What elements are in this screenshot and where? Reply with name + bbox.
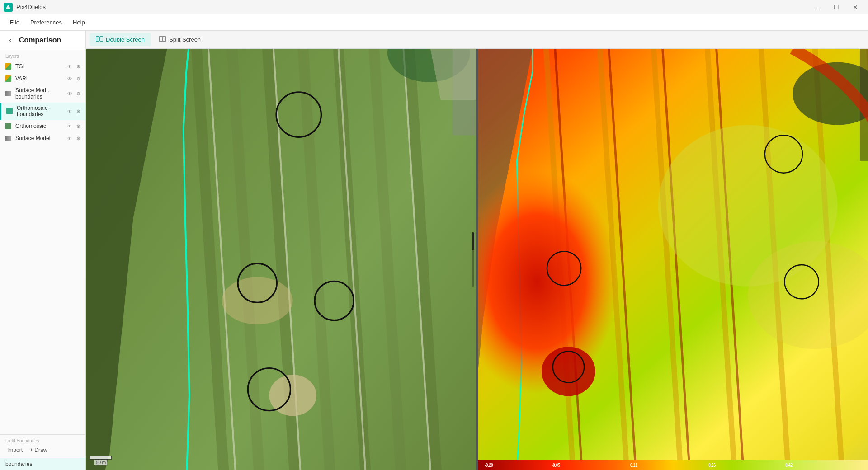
layer-item-surface-model[interactable]: Surface Model 👁 ⚙ <box>0 132 85 145</box>
app-title: Pix4Dfields <box>16 4 46 10</box>
svg-text:0.26: 0.26 <box>708 463 716 468</box>
svg-rect-1 <box>96 37 99 41</box>
layer-actions-vari: 👁 ⚙ <box>66 75 82 82</box>
layer-visibility-vari[interactable]: 👁 <box>66 75 73 82</box>
back-button[interactable]: ‹ <box>5 35 15 45</box>
layer-icon-tgi <box>4 63 13 70</box>
layer-settings-sm[interactable]: ⚙ <box>75 135 82 142</box>
svg-rect-48 <box>478 460 868 470</box>
tab-double-screen-label: Double Screen <box>106 36 145 43</box>
layer-settings-o[interactable]: ⚙ <box>75 122 82 130</box>
layer-item-surface-boundaries[interactable]: Surface Mod... boundaries 👁 ⚙ <box>0 85 85 103</box>
layer-name-vari: VARI <box>15 75 66 82</box>
draw-button[interactable]: Draw <box>28 446 49 454</box>
menubar: File Preferences Help <box>0 14 868 31</box>
sidebar-header: ‹ Comparison <box>0 31 85 50</box>
boundaries-item[interactable]: boundaries <box>0 458 85 470</box>
map-container[interactable]: 50 m <box>86 49 868 470</box>
layer-settings-tgi[interactable]: ⚙ <box>75 63 82 70</box>
minimize-button[interactable]: — <box>808 0 826 14</box>
sidebar: ‹ Comparison Layers TGI 👁 ⚙ VARI 👁 ⚙ <box>0 31 86 470</box>
tab-double-screen[interactable]: Double Screen <box>90 33 151 46</box>
double-screen-icon <box>96 36 103 43</box>
layer-actions-surface-boundaries: 👁 ⚙ <box>66 90 82 97</box>
layer-name-surface-boundaries: Surface Mod... boundaries <box>15 87 66 100</box>
layer-actions-tgi: 👁 ⚙ <box>66 63 82 70</box>
left-map[interactable]: 50 m <box>86 49 476 470</box>
close-button[interactable]: ✕ <box>846 0 864 14</box>
layer-icon-vari <box>4 75 13 82</box>
layer-settings-sb[interactable]: ⚙ <box>75 90 82 97</box>
field-boundaries-label: Field Boundaries <box>5 438 80 443</box>
layer-icon-surface-boundaries <box>4 90 13 97</box>
layer-actions-ortho-boundaries: 👁 ⚙ <box>66 108 82 115</box>
svg-point-41 <box>542 347 595 396</box>
main-layout: ‹ Comparison Layers TGI 👁 ⚙ VARI 👁 ⚙ <box>0 31 868 470</box>
layers-label: Layers <box>0 50 85 61</box>
boundaries-label: boundaries <box>5 461 32 467</box>
svg-rect-2 <box>100 37 103 41</box>
legend-bar-svg: -0.20 -0.05 0.11 0.26 0.42 <box>478 460 868 470</box>
left-scrollbar[interactable] <box>472 232 474 287</box>
svg-text:-0.05: -0.05 <box>552 463 560 468</box>
app-logo <box>4 3 13 12</box>
layer-actions-surface-model: 👁 ⚙ <box>66 135 82 142</box>
titlebar: Pix4Dfields — ☐ ✕ <box>0 0 868 14</box>
maximize-button[interactable]: ☐ <box>827 0 845 14</box>
import-draw-row: Import Draw <box>5 446 80 454</box>
layer-visibility-tgi[interactable]: 👁 <box>66 63 73 70</box>
sidebar-title: Comparison <box>19 36 61 44</box>
layer-name-orthomosaic: Orthomosaic <box>15 123 66 129</box>
right-map-svg <box>478 49 868 470</box>
right-map[interactable]: -0.20 -0.05 0.11 0.26 0.42 <box>478 49 868 470</box>
layer-name-surface-model: Surface Model <box>15 135 66 141</box>
layer-icon-surface-model <box>4 135 13 142</box>
svg-text:0.11: 0.11 <box>630 463 637 468</box>
window-controls: — ☐ ✕ <box>808 0 864 14</box>
layer-item-ortho-boundaries[interactable]: Orthomosaic - boundaries 👁 ⚙ <box>0 103 85 120</box>
layer-name-tgi: TGI <box>15 63 66 70</box>
layer-visibility-sm[interactable]: 👁 <box>66 135 73 142</box>
layer-settings-ob[interactable]: ⚙ <box>75 108 82 115</box>
scale-bar: 50 m <box>90 456 112 465</box>
sidebar-footer: Field Boundaries Import Draw <box>0 434 85 458</box>
layer-icon-ortho-boundaries <box>5 108 14 115</box>
layer-settings-vari[interactable]: ⚙ <box>75 75 82 82</box>
layer-actions-orthomosaic: 👁 ⚙ <box>66 122 82 130</box>
menu-help[interactable]: Help <box>68 17 90 28</box>
layer-icon-orthomosaic <box>4 122 13 130</box>
scale-line <box>90 456 112 460</box>
menu-preferences[interactable]: Preferences <box>26 17 66 28</box>
menu-file[interactable]: File <box>5 17 24 28</box>
layer-visibility-sb[interactable]: 👁 <box>66 90 73 97</box>
layer-visibility-ob[interactable]: 👁 <box>66 108 73 115</box>
layer-item-vari[interactable]: VARI 👁 ⚙ <box>0 73 85 85</box>
split-screen-icon <box>159 36 166 43</box>
layer-item-orthomosaic[interactable]: Orthomosaic 👁 ⚙ <box>0 120 85 132</box>
tab-split-screen-label: Split Screen <box>169 36 201 43</box>
svg-text:-0.20: -0.20 <box>485 463 493 468</box>
svg-marker-0 <box>5 5 11 9</box>
scale-label: 50 m <box>94 460 107 465</box>
legend-bar: -0.20 -0.05 0.11 0.26 0.42 <box>478 460 868 470</box>
titlebar-left: Pix4Dfields <box>4 3 46 12</box>
map-area: Double Screen Split Screen <box>86 31 868 470</box>
tab-split-screen[interactable]: Split Screen <box>153 33 207 46</box>
import-button[interactable]: Import <box>5 446 24 454</box>
layer-name-ortho-boundaries: Orthomosaic - boundaries <box>17 105 66 118</box>
layer-item-tgi[interactable]: TGI 👁 ⚙ <box>0 61 85 73</box>
layer-visibility-o[interactable]: 👁 <box>66 122 73 130</box>
view-tabs: Double Screen Split Screen <box>86 31 868 49</box>
svg-text:0.42: 0.42 <box>785 463 793 468</box>
svg-point-18 <box>222 277 293 324</box>
left-map-svg <box>86 49 476 470</box>
left-scrollbar-thumb <box>472 232 474 250</box>
